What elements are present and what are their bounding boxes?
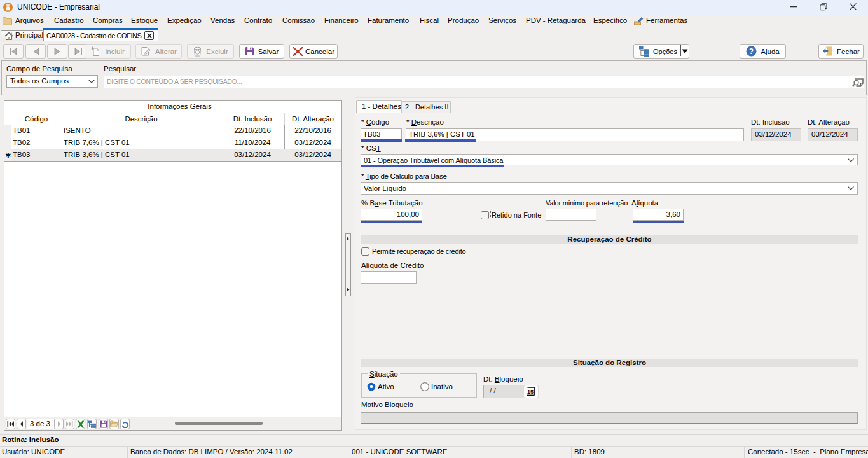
svg-text:?: ? xyxy=(749,47,754,56)
svg-text:15: 15 xyxy=(527,389,534,395)
